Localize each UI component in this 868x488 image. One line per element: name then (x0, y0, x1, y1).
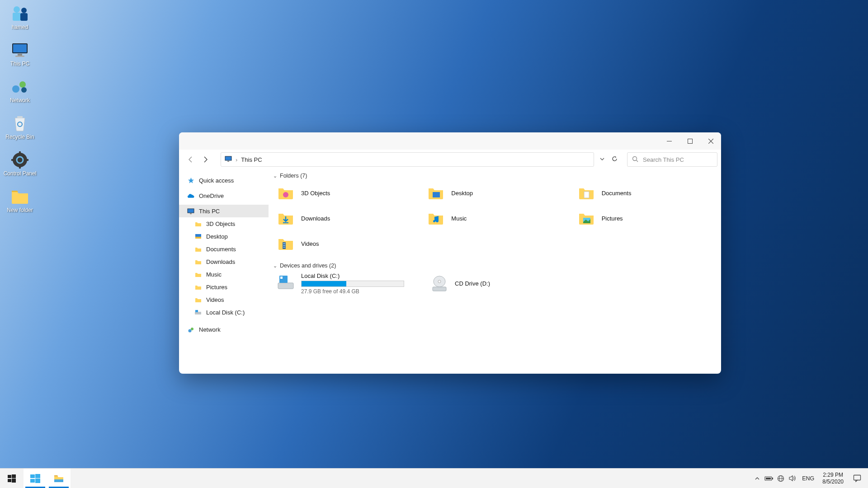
nav-pane: Quick access OneDrive This PC 3D Objects… (179, 169, 269, 374)
volume-icon[interactable] (787, 469, 798, 488)
svg-rect-51 (12, 474, 16, 478)
desktop-icon-new-folder[interactable]: New folder (3, 188, 37, 213)
address-box[interactable]: › This PC (221, 152, 594, 167)
maximize-button[interactable] (679, 132, 700, 150)
svg-rect-49 (433, 287, 446, 291)
svg-rect-53 (12, 479, 16, 483)
svg-rect-65 (854, 475, 861, 480)
nav-quick-access[interactable]: Quick access (179, 174, 269, 187)
svg-rect-28 (190, 213, 192, 214)
folder-small-icon (194, 271, 202, 278)
svg-point-35 (283, 192, 288, 197)
close-button[interactable] (700, 132, 721, 150)
chevron-right-icon: › (236, 156, 237, 163)
desktop-icon-this-pc[interactable]: This PC (3, 41, 37, 67)
nav-documents[interactable]: Documents (179, 243, 269, 255)
nav-desktop[interactable]: Desktop (179, 230, 269, 243)
drive-name: Local Disk (C:) (301, 272, 404, 279)
folder-icon (427, 210, 445, 227)
svg-point-48 (438, 280, 441, 283)
nav-local-disk-c[interactable]: Local Disk (C:) (179, 306, 269, 319)
folder-small-icon (194, 220, 202, 227)
nav-3d-objects[interactable]: 3D Objects (179, 217, 269, 230)
group-drives-header[interactable]: ⌄ Devices and drives (2) (271, 261, 718, 272)
refresh-button[interactable] (611, 155, 618, 164)
start-button[interactable] (0, 469, 24, 488)
svg-rect-46 (280, 277, 283, 279)
desktop-icon-label: hamed (12, 24, 28, 30)
svg-rect-37 (584, 192, 589, 198)
svg-rect-5 (13, 44, 27, 52)
language-indicator[interactable]: ENG (798, 475, 818, 482)
taskbar: ENG 2:29 PM 8/5/2020 (0, 468, 868, 488)
clock[interactable]: 2:29 PM 8/5/2020 (818, 472, 848, 485)
dropdown-button[interactable] (599, 155, 605, 164)
desktop-icon-control-panel[interactable]: Control Panel (3, 151, 37, 177)
network-small-icon (187, 326, 194, 333)
desktop-icon-network[interactable]: Network (3, 78, 37, 103)
svg-rect-18 (25, 159, 28, 161)
svg-rect-23 (225, 156, 231, 160)
folder-downloads[interactable]: Downloads (277, 208, 418, 229)
search-box[interactable]: Search This PC (627, 152, 717, 167)
nav-onedrive[interactable]: OneDrive (179, 189, 269, 202)
svg-rect-32 (195, 310, 198, 312)
svg-rect-15 (19, 151, 21, 155)
desktop-icon-recycle-bin[interactable]: Recycle Bin (3, 114, 37, 140)
desktop-icon-label: This PC (10, 61, 30, 67)
taskbar-app-file-explorer[interactable] (47, 469, 71, 488)
folder-small-icon (194, 245, 202, 253)
back-button[interactable] (184, 153, 197, 166)
svg-rect-60 (766, 478, 771, 479)
windows-color-icon (30, 474, 41, 483)
chevron-down-icon: ⌄ (273, 263, 277, 269)
battery-icon[interactable] (763, 469, 775, 488)
gear-icon (10, 151, 30, 169)
nav-this-pc[interactable]: This PC (179, 205, 269, 217)
svg-rect-41 (283, 243, 285, 244)
monitor-icon (10, 41, 30, 59)
nav-network[interactable]: Network (179, 323, 269, 336)
svg-rect-3 (20, 13, 28, 21)
search-icon (632, 156, 638, 164)
svg-rect-56 (30, 479, 35, 483)
svg-rect-50 (8, 475, 11, 478)
star-icon (187, 177, 194, 184)
folder-small-icon (194, 283, 202, 291)
nav-pictures[interactable]: Pictures (179, 281, 269, 293)
tray-overflow-button[interactable] (751, 469, 763, 488)
folder-3d-objects[interactable]: 3D Objects (277, 183, 418, 203)
forward-button[interactable] (199, 153, 212, 166)
svg-rect-20 (688, 139, 692, 143)
nav-music[interactable]: Music (179, 268, 269, 281)
drive-local-disk-c[interactable]: Local Disk (C:) 27.9 GB free of 49.4 GB (277, 272, 408, 295)
svg-point-0 (14, 6, 20, 13)
svg-rect-16 (19, 165, 21, 169)
folder-desktop[interactable]: Desktop (427, 183, 568, 203)
taskbar-app-settings[interactable] (24, 469, 47, 488)
minimize-button[interactable] (659, 132, 679, 150)
action-center-button[interactable] (848, 474, 866, 482)
drive-usage-bar (301, 281, 404, 287)
monitor-small-icon (187, 207, 194, 215)
user-people-icon (10, 5, 30, 23)
nav-downloads[interactable]: Downloads (179, 255, 269, 268)
network-icon (10, 78, 30, 96)
folder-pictures[interactable]: Pictures (577, 208, 718, 229)
desktop-icon-user[interactable]: hamed (3, 5, 37, 30)
clock-date: 8/5/2020 (822, 479, 844, 485)
breadcrumb[interactable]: This PC (241, 156, 262, 163)
group-folders-header[interactable]: ⌄ Folders (7) (271, 171, 718, 183)
folder-music[interactable]: Music (427, 208, 568, 229)
titlebar[interactable] (179, 132, 721, 150)
svg-point-10 (21, 87, 27, 93)
windows-logo-icon (8, 474, 16, 483)
nav-videos[interactable]: Videos (179, 293, 269, 306)
svg-point-9 (19, 81, 26, 88)
folder-videos[interactable]: Videos (277, 233, 418, 254)
folder-taskbar-icon (53, 474, 64, 483)
drive-cd-d[interactable]: CD Drive (D:) (430, 272, 561, 295)
folder-small-icon (194, 296, 202, 303)
folder-documents[interactable]: Documents (577, 183, 718, 203)
network-tray-icon[interactable] (775, 469, 787, 488)
